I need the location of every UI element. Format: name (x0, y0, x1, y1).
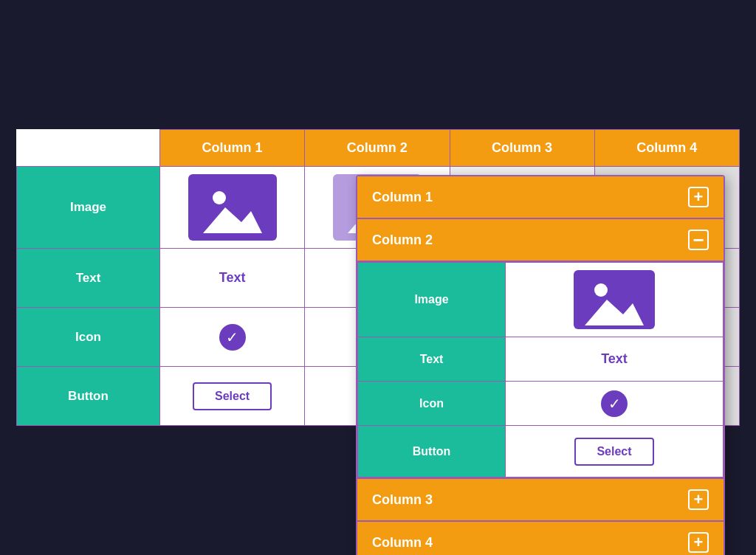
header-col3: Column 3 (450, 130, 594, 167)
dropdown-col3-header[interactable]: Column 3 + (357, 478, 724, 522)
dropdown-data-button: Select (506, 426, 724, 478)
row-label-text: Text (17, 249, 160, 308)
dropdown-col2-label: Column 2 (372, 232, 433, 248)
header-col4: Column 4 (594, 130, 739, 167)
dropdown-check-icon: ✓ (601, 390, 628, 417)
dropdown-label-text-text: Text (420, 353, 444, 365)
dropdown-col2-minus-icon[interactable]: − (688, 230, 709, 250)
svg-point-1 (213, 191, 226, 204)
dropdown-overlay: Column 1 + Column 2 − Image (356, 175, 725, 555)
dropdown-data-text: Text (506, 337, 724, 382)
dropdown-data-icon: ✓ (506, 382, 724, 426)
dropdown-col3-icon-text: + (694, 490, 704, 509)
dropdown-row-button: Button Select (358, 426, 724, 478)
row-label-text-text: Text (76, 271, 101, 285)
text-value-col1: Text (219, 270, 246, 285)
dropdown-row-image: Image (358, 263, 724, 337)
dropdown-label-text: Text (358, 337, 506, 382)
dropdown-col4-header[interactable]: Column 4 + (357, 522, 724, 555)
dropdown-col3-label: Column 3 (372, 492, 433, 508)
header-col1: Column 1 (160, 130, 305, 167)
row-label-image: Image (17, 167, 160, 249)
dropdown-label-button: Button (358, 426, 506, 478)
row-label-icon-text: Icon (75, 330, 101, 344)
dropdown-col2-header[interactable]: Column 2 − (357, 219, 724, 262)
dropdown-col2-icon-text: − (693, 230, 704, 249)
dropdown-col4-plus-icon[interactable]: + (688, 532, 709, 553)
dropdown-col1-icon-text: + (694, 187, 704, 207)
dropdown-label-icon: Icon (358, 382, 506, 426)
dropdown-col1-plus-icon[interactable]: + (688, 187, 709, 207)
dropdown-image-placeholder (574, 270, 655, 329)
image-icon-1 (203, 182, 262, 233)
row-label-button: Button (17, 367, 160, 426)
dropdown-col1-header[interactable]: Column 1 + (357, 176, 724, 219)
row-label-icon: Icon (17, 308, 160, 367)
dropdown-label-image-text: Image (414, 293, 448, 306)
dropdown-col3-plus-icon[interactable]: + (688, 489, 709, 510)
table-header-row: Column 1 Column 2 Column 3 Column 4 (17, 130, 740, 167)
header-empty (17, 130, 160, 167)
dropdown-text-value: Text (601, 351, 628, 366)
dropdown-col4-label: Column 4 (372, 535, 433, 551)
select-button-col1[interactable]: Select (193, 382, 272, 410)
image-placeholder-1 (188, 174, 277, 241)
dropdown-label-icon-text: Icon (419, 397, 444, 410)
main-container: Column 1 Column 2 Column 3 Column 4 Imag… (16, 129, 740, 426)
svg-point-7 (594, 283, 608, 297)
cell-text-col1: Text (160, 249, 305, 308)
dropdown-row-text: Text Text (358, 337, 724, 382)
dropdown-inner-content: Image Text (357, 262, 724, 478)
dropdown-label-image: Image (358, 263, 506, 337)
row-label-image-text: Image (70, 200, 106, 214)
row-label-button-text: Button (68, 389, 109, 403)
dropdown-select-button[interactable]: Select (574, 438, 653, 466)
dropdown-row-icon: Icon ✓ (358, 382, 724, 426)
dropdown-data-image (506, 263, 724, 337)
dropdown-image-icon (585, 274, 644, 325)
dropdown-col1-label: Column 1 (372, 190, 433, 205)
dropdown-col4-icon-text: + (694, 533, 704, 552)
header-col2: Column 2 (305, 130, 450, 167)
cell-button-col1: Select (160, 367, 305, 426)
check-icon-col1: ✓ (219, 324, 246, 351)
cell-image-col1 (160, 167, 305, 249)
dropdown-label-button-text: Button (413, 445, 451, 458)
cell-icon-col1: ✓ (160, 308, 305, 367)
